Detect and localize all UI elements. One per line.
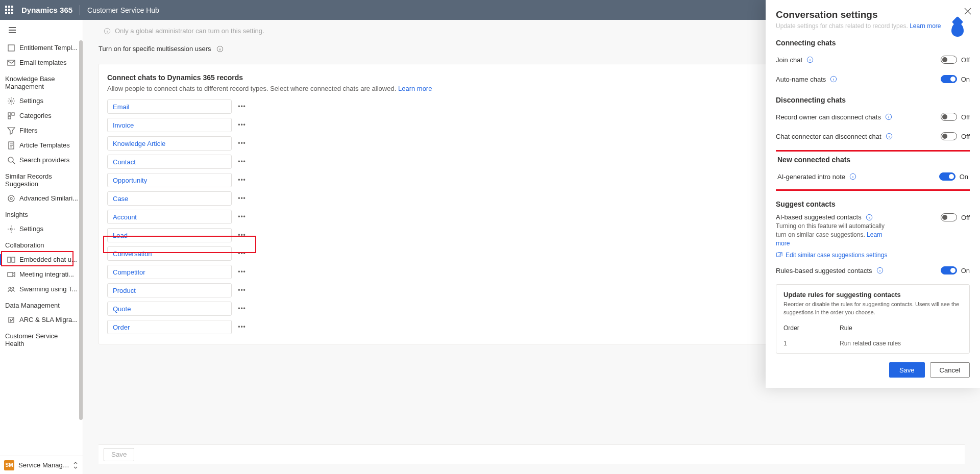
nav-meeting-integration[interactable]: Meeting integrati... (0, 267, 82, 282)
nav-settings[interactable]: Settings (0, 93, 82, 108)
owner-disconnect-toggle[interactable]: Off (941, 113, 970, 121)
turn-on-label: Turn on for specific multisession users (99, 45, 211, 53)
nav-article-templates[interactable]: Article Templates (0, 138, 82, 153)
app-launcher-icon[interactable] (5, 6, 14, 15)
nav-heading-similar: Similar Records Suggestion (0, 167, 82, 191)
more-actions-button[interactable]: ••• (236, 177, 248, 184)
more-actions-button[interactable]: ••• (236, 140, 248, 147)
brand: Dynamics 365 (21, 6, 72, 14)
more-actions-button[interactable]: ••• (236, 195, 248, 202)
svg-point-15 (12, 287, 14, 289)
info-icon[interactable] (216, 45, 224, 53)
svg-rect-12 (12, 257, 15, 262)
more-actions-button[interactable]: ••• (236, 232, 248, 239)
learn-more-link[interactable]: Learn more (910, 22, 941, 30)
info-icon[interactable] (830, 76, 837, 83)
nav-label: Email templates (19, 59, 66, 66)
svg-rect-1 (8, 60, 15, 65)
rules-box: Update rules for suggesting contacts Reo… (776, 284, 970, 354)
record-type-link[interactable]: Opportunity (107, 173, 232, 187)
nav-label: Categories (19, 112, 52, 119)
rules-sub: Reorder or disable the rules for suggest… (783, 301, 962, 316)
svg-rect-13 (8, 272, 13, 277)
more-actions-button[interactable]: ••• (236, 121, 248, 129)
nav-filters[interactable]: Filters (0, 123, 82, 138)
chevron-updown-icon (72, 461, 79, 469)
nav-embedded-chat[interactable]: Embedded chat u... (0, 252, 82, 267)
area-switcher[interactable]: SM Service Managem... (0, 456, 83, 474)
record-type-link[interactable]: Conversation (107, 246, 232, 261)
nav-label: Search providers (19, 156, 69, 164)
nav-categories[interactable]: Categories (0, 108, 82, 123)
more-actions-button[interactable]: ••• (236, 158, 248, 165)
svg-rect-5 (8, 116, 11, 119)
info-icon[interactable] (849, 173, 856, 180)
area-chip: SM (4, 460, 14, 470)
admin-note-text: Only a global administrator can turn on … (115, 27, 264, 35)
info-icon[interactable] (885, 113, 892, 120)
more-actions-button[interactable]: ••• (236, 213, 248, 220)
more-actions-button[interactable]: ••• (236, 250, 248, 257)
connector-disconnect-toggle[interactable]: Off (941, 132, 970, 140)
svg-rect-4 (12, 113, 14, 115)
nav-insights-settings[interactable]: Settings (0, 221, 82, 236)
nav-entitlement-templates[interactable]: Entitlement Templ... (0, 40, 82, 55)
rules-suggest-toggle[interactable]: On (941, 266, 970, 275)
water-drop-icon (951, 22, 964, 37)
join-chat-toggle[interactable]: Off (941, 56, 970, 64)
record-type-link[interactable]: Quote (107, 302, 232, 316)
nav-heading-kb: Knowledge Base Management (0, 70, 82, 93)
auto-name-toggle[interactable]: On (941, 75, 970, 83)
nav-label: Settings (19, 97, 43, 105)
save-bar: Save (99, 444, 965, 464)
record-type-link[interactable]: Case (107, 191, 232, 206)
more-actions-button[interactable]: ••• (236, 305, 248, 312)
svg-rect-0 (8, 45, 14, 51)
panel-save-button[interactable]: Save (889, 362, 925, 378)
nav-heading-collab: Collaboration (0, 236, 82, 252)
section-suggest: Suggest contacts (776, 200, 970, 208)
separator (80, 5, 80, 15)
record-type-link[interactable]: Competitor (107, 265, 232, 279)
info-icon[interactable] (866, 214, 873, 221)
nav-label: Article Templates (19, 141, 70, 149)
record-type-link[interactable]: Email (107, 99, 232, 114)
record-type-link[interactable]: Invoice (107, 118, 232, 132)
nav-label: Swarming using T... (19, 285, 77, 293)
nav-collapse-button[interactable] (0, 20, 83, 40)
rules-suggest-label: Rules-based suggested contacts (776, 267, 872, 275)
info-icon[interactable] (806, 56, 814, 63)
save-button-disabled: Save (104, 448, 134, 461)
record-type-link[interactable]: Knowledge Article (107, 136, 232, 151)
panel-cancel-button[interactable]: Cancel (930, 362, 970, 378)
record-type-link[interactable]: Order (107, 320, 232, 334)
more-actions-button[interactable]: ••• (236, 323, 248, 331)
record-type-link[interactable]: Account (107, 210, 232, 224)
nav-arc-sla[interactable]: ARC & SLA Migra... (0, 312, 82, 327)
section-connecting: Connecting chats (776, 39, 970, 47)
record-type-link[interactable]: Lead (107, 228, 232, 242)
more-actions-button[interactable]: ••• (236, 287, 248, 294)
more-actions-button[interactable]: ••• (236, 103, 248, 110)
record-type-link[interactable]: Product (107, 283, 232, 297)
rules-title: Update rules for suggesting contacts (783, 291, 962, 298)
info-icon[interactable] (886, 133, 893, 140)
nav-swarming[interactable]: Swarming using T... (0, 282, 82, 296)
ai-intro-toggle[interactable]: On (939, 172, 968, 181)
nav-email-templates[interactable]: Email templates (0, 55, 82, 70)
info-icon[interactable] (876, 267, 884, 274)
edit-similar-link[interactable]: Edit similar case suggestions settings (776, 252, 888, 259)
learn-more-link[interactable]: Learn more (398, 85, 432, 92)
nav-label: Entitlement Templ... (19, 44, 78, 52)
rules-row[interactable]: 1 Run related case rules (783, 335, 962, 347)
nav-advanced-similarity[interactable]: Advanced Similari... (0, 191, 82, 206)
nav-label: Advanced Similari... (19, 194, 78, 202)
ai-suggest-toggle[interactable]: Off (941, 213, 970, 221)
nav-search-providers[interactable]: Search providers (0, 153, 82, 167)
more-actions-button[interactable]: ••• (236, 268, 248, 276)
svg-point-2 (10, 100, 12, 102)
ai-suggest-help: Turning on this feature will automatical… (776, 222, 888, 247)
nav-heading-data: Data Management (0, 296, 82, 312)
close-button[interactable] (964, 7, 972, 15)
record-type-link[interactable]: Contact (107, 155, 232, 169)
